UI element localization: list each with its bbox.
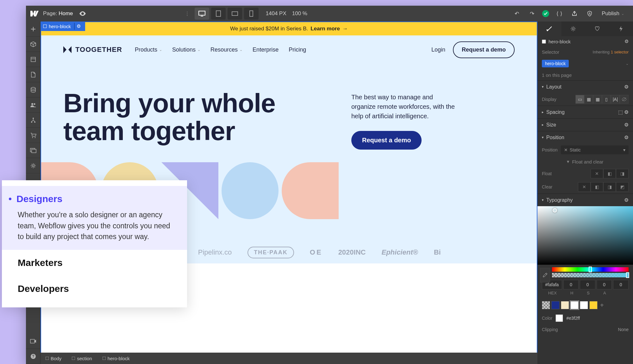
login-link[interactable]: Login <box>431 46 445 53</box>
navigator-icon[interactable] <box>26 52 40 67</box>
redo-icon[interactable]: ↷ <box>527 9 537 19</box>
code-icon[interactable]: ⟨ ⟩ <box>554 9 564 19</box>
tab-settings-icon[interactable] <box>561 22 586 36</box>
hero-cta-button[interactable]: Request a demo <box>351 131 422 150</box>
breadcrumb-body[interactable]: Body <box>41 353 67 364</box>
style-panel: hero-block ⚙ Selector Inheriting 1 selec… <box>537 22 633 364</box>
breakpoint-desktop[interactable] <box>195 8 209 20</box>
clear-right[interactable]: ◨ <box>603 182 616 192</box>
popup-marketers[interactable]: Marketers <box>2 250 187 276</box>
audit-icon[interactable]: A <box>585 9 595 19</box>
hue-slider[interactable] <box>552 267 629 272</box>
kebab-icon[interactable]: ⋮ <box>185 10 190 17</box>
users-icon[interactable] <box>26 97 40 113</box>
element-name-row: hero-block ⚙ <box>537 36 633 47</box>
element-checkbox[interactable] <box>542 40 546 44</box>
g-input[interactable]: 0 <box>580 280 595 289</box>
section-size[interactable]: ▸Size⚙ <box>537 119 633 131</box>
display-none-icon[interactable] <box>620 95 629 104</box>
breakpoint-tablet[interactable] <box>211 8 226 20</box>
publish-button[interactable]: Publish ⌄ <box>600 10 626 17</box>
swatch-1[interactable] <box>551 301 560 309</box>
breadcrumb-hero-block[interactable]: hero-block <box>97 353 135 364</box>
display-inline-icon[interactable]: |A| <box>611 95 620 104</box>
cms-icon[interactable] <box>26 82 40 97</box>
active-dot-icon <box>9 198 11 200</box>
pages-icon[interactable] <box>26 67 40 82</box>
logic-icon[interactable] <box>26 113 40 128</box>
breakpoint-tablet-landscape[interactable] <box>228 8 242 20</box>
position-value[interactable]: ✕Static▾ <box>561 145 629 154</box>
video-icon[interactable] <box>26 334 40 349</box>
display-block-icon[interactable]: ▭ <box>575 95 584 104</box>
help-icon[interactable]: ? <box>26 349 40 364</box>
preview-icon[interactable] <box>79 10 86 17</box>
svg-point-8 <box>31 103 33 105</box>
assets-icon[interactable] <box>26 143 40 158</box>
nav-enterprise[interactable]: Enterprise <box>253 46 279 53</box>
nav-resources[interactable]: Resources ⌄ <box>210 46 242 53</box>
settings-icon[interactable] <box>26 158 40 173</box>
undo-icon[interactable]: ↶ <box>512 9 522 19</box>
tab-style-icon[interactable] <box>537 22 561 36</box>
b-input[interactable]: 0 <box>597 280 612 289</box>
clear-both[interactable]: ◩ <box>616 182 629 192</box>
ecommerce-icon[interactable] <box>26 128 40 143</box>
add-element-icon[interactable] <box>26 22 40 37</box>
svg-rect-4 <box>250 11 253 16</box>
clear-left[interactable]: ◧ <box>591 182 603 192</box>
r-input[interactable]: 0 <box>563 280 579 289</box>
arrow-right-icon: → <box>342 26 348 32</box>
status-ok-icon[interactable] <box>542 10 549 17</box>
webflow-logo-icon[interactable] <box>28 6 41 22</box>
element-settings-icon[interactable]: ⚙ <box>74 23 83 30</box>
float-left[interactable]: ◧ <box>603 169 616 178</box>
swatch-transparent[interactable] <box>542 301 550 309</box>
swatch-4[interactable] <box>580 301 588 309</box>
swatch-5[interactable] <box>589 301 598 309</box>
nav-products[interactable]: Products ⌄ <box>135 46 162 53</box>
display-inline-block-icon[interactable]: ▯ <box>602 95 611 104</box>
saturation-field[interactable] <box>537 206 633 265</box>
request-demo-button[interactable]: Request a demo <box>453 41 515 58</box>
clipping-value[interactable]: None <box>618 327 629 332</box>
float-none[interactable]: ✕ <box>591 169 603 178</box>
section-typography[interactable]: ▾Typography⚙ <box>537 194 633 206</box>
brand-logo[interactable]: TOOGETHER <box>63 46 122 54</box>
section-position[interactable]: ▾Position⚙ <box>537 131 633 144</box>
breakpoint-mobile[interactable] <box>244 8 259 20</box>
nav-pricing[interactable]: Pricing <box>289 46 306 53</box>
tab-style-manager-icon[interactable] <box>585 22 609 36</box>
swatch-3[interactable] <box>570 301 579 309</box>
canvas-size[interactable]: 1404 PX100 % <box>266 10 307 17</box>
selection-tag[interactable]: hero-block ⚙ <box>41 22 85 31</box>
selector-chip-row[interactable]: hero-block ⌄ <box>537 57 633 70</box>
svg-point-13 <box>32 137 33 138</box>
svg-rect-2 <box>216 11 221 16</box>
a-input[interactable]: 0 <box>613 280 629 289</box>
display-grid-icon[interactable]: ▦ <box>593 95 602 104</box>
section-spacing[interactable]: ▸Spacing⬚ ⚙ <box>537 106 633 118</box>
alpha-slider[interactable] <box>552 273 629 277</box>
breadcrumb-section[interactable]: section <box>67 353 97 364</box>
page-label[interactable]: Page: Home <box>43 10 73 17</box>
section-layout[interactable]: ▾Layout⚙ <box>537 81 633 93</box>
float-right[interactable]: ◨ <box>616 169 629 178</box>
swatch-2[interactable] <box>561 301 569 309</box>
nav-solutions[interactable]: Solutions ⌄ <box>172 46 200 53</box>
color-hex-value[interactable]: #e3f2ff <box>566 316 580 321</box>
symbols-icon[interactable] <box>26 37 40 52</box>
mixer-icon[interactable]: ⚙ <box>624 39 629 44</box>
popup-developers[interactable]: Developers <box>2 276 187 302</box>
svg-rect-18 <box>30 339 34 343</box>
svg-rect-3 <box>232 12 238 15</box>
banner-cta[interactable]: Learn more <box>310 26 340 32</box>
add-swatch-icon[interactable]: + <box>600 302 604 309</box>
eyedropper-icon[interactable] <box>540 268 550 282</box>
tab-interactions-icon[interactable] <box>609 22 633 36</box>
clear-none[interactable]: ✕ <box>578 182 591 192</box>
export-icon[interactable] <box>569 9 580 19</box>
display-flex-icon[interactable]: ▦ <box>584 95 593 104</box>
popup-designers[interactable]: Designers Whether you're a solo designer… <box>2 186 187 250</box>
color-chip[interactable] <box>555 314 563 322</box>
